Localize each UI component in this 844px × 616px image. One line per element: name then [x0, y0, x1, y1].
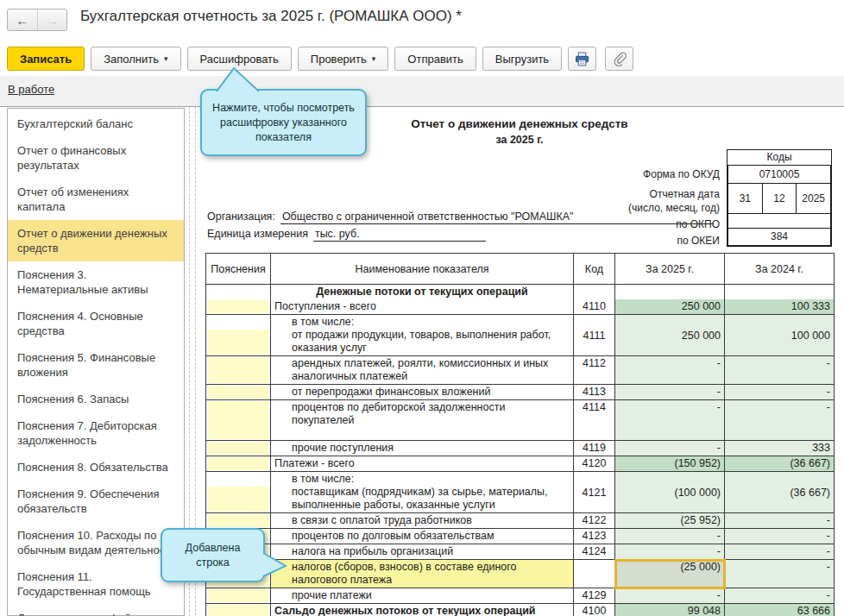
explanation-cell[interactable]: [206, 400, 271, 441]
sidebar-item-label: Пояснения 10. Расходы по обычным видам д…: [17, 529, 176, 556]
value-2024-cell[interactable]: -: [725, 529, 835, 544]
value-2025-cell[interactable]: -: [615, 441, 725, 456]
indicator-name-cell[interactable]: Сальдо денежных потоков от текущих опера…: [271, 604, 574, 616]
sidebar-item-3[interactable]: Отчет об изменениях капитала: [8, 179, 184, 220]
indicator-name-cell[interactable]: налогов (сборов, взносов) в составе един…: [271, 560, 574, 588]
value-2025-cell[interactable]: [615, 285, 725, 300]
explanation-cell[interactable]: [206, 456, 271, 472]
sidebar-item-6[interactable]: Пояснения 4. Основные средства: [8, 303, 184, 344]
explanation-cell[interactable]: [206, 513, 271, 529]
value-2025-cell[interactable]: -: [615, 588, 725, 604]
value-2025-cell[interactable]: (150 952): [615, 456, 725, 472]
value-2024-cell[interactable]: -: [725, 588, 835, 604]
indicator-name-cell[interactable]: в том числе:поставщикам (подрядчикам) за…: [271, 472, 574, 513]
explanation-cell[interactable]: [206, 315, 271, 356]
status-link[interactable]: В работе: [8, 83, 54, 96]
indicator-prefix: в том числе:: [274, 473, 570, 486]
indicator-name-cell[interactable]: прочие поступления: [271, 441, 574, 456]
indicator-name-cell[interactable]: процентов по дебиторской задолженности п…: [271, 400, 574, 441]
value-2024-cell[interactable]: (36 667): [725, 472, 835, 513]
okpo-value: [728, 214, 830, 229]
value-2024-cell[interactable]: -: [725, 400, 835, 441]
value-2025-cell[interactable]: -: [615, 356, 725, 385]
explanation-cell[interactable]: [206, 285, 271, 300]
table-row: Сальдо денежных потоков от текущих опера…: [206, 604, 835, 616]
explanation-cell[interactable]: [206, 604, 271, 616]
value-2024-cell[interactable]: -: [725, 544, 835, 560]
indicator-name: процентов по дебиторской задолженности п…: [274, 401, 570, 439]
send-button[interactable]: Отправить: [394, 47, 476, 71]
sidebar-item-2[interactable]: Отчет о финансовых результатах: [8, 137, 184, 179]
code-cell: 4100: [574, 604, 615, 616]
indicator-name-cell[interactable]: Поступления - всего: [271, 299, 574, 315]
value-2024-cell[interactable]: -: [725, 560, 835, 588]
export-button[interactable]: Выгрузить: [482, 47, 562, 71]
indicator-name: Поступления - всего: [274, 300, 570, 313]
attach-button[interactable]: [605, 47, 633, 71]
explanation-cell[interactable]: [206, 299, 271, 315]
value-2025-cell[interactable]: -: [615, 544, 725, 560]
sidebar-item-13[interactable]: Пояснения 11. Государственная помощь: [8, 563, 184, 605]
code-cell: 4119: [574, 441, 615, 456]
indicator-name: налогов (сборов, взносов) в составе един…: [274, 561, 570, 587]
sidebar-item-7[interactable]: Пояснения 5. Финансовые вложения: [8, 344, 184, 386]
value-2024-cell[interactable]: 100 333: [725, 299, 835, 315]
indicator-name-cell[interactable]: Платежи - всего: [271, 456, 574, 472]
unit-field[interactable]: тыс. руб.: [313, 228, 486, 242]
indicator-name: Сальдо денежных потоков от текущих опера…: [274, 605, 570, 616]
value-2024-cell[interactable]: -: [725, 356, 835, 385]
sidebar-item-12[interactable]: Пояснения 10. Расходы по обычным видам д…: [8, 522, 184, 563]
indicator-name-cell[interactable]: от перепродажи финансовых вложений: [271, 385, 574, 400]
value-2025-cell[interactable]: -: [615, 385, 725, 400]
check-button[interactable]: Проверить▾: [298, 47, 389, 71]
sidebar-item-8[interactable]: Пояснения 6. Запасы: [8, 386, 184, 412]
codes-box: Коды 0710005 31 12 2025 384: [727, 149, 832, 247]
value-2025-cell[interactable]: (25 000): [615, 560, 725, 588]
save-button[interactable]: Записать: [7, 47, 85, 71]
indicator-name-cell[interactable]: арендных платежей, роялти, комиссионных …: [271, 356, 574, 385]
value-2025-cell[interactable]: 250 000: [615, 315, 725, 356]
indicator-name-cell[interactable]: в том числе:от продажи продукции, товаро…: [271, 315, 574, 356]
value-2024-cell[interactable]: -: [725, 385, 835, 400]
sidebar-item-1[interactable]: Бухгалтерский баланс: [8, 110, 184, 137]
indicator-name-cell[interactable]: прочие платежи: [271, 588, 574, 604]
explanation-cell[interactable]: [206, 385, 271, 400]
sidebar-item-label: Пояснения 7. Дебиторская задолженность: [17, 419, 157, 447]
value-2025-cell[interactable]: 99 048: [615, 604, 725, 616]
sidebar-item-4[interactable]: Отчет о движении денежных средств: [8, 220, 184, 261]
explanation-cell[interactable]: [206, 588, 271, 604]
indicator-name-cell[interactable]: Денежные потоки от текущих операций: [271, 285, 574, 300]
sidebar-item-14[interactable]: Дополнительные файлы: [8, 605, 184, 616]
indicator-name-cell[interactable]: процентов по долговым обязательствам: [271, 529, 574, 544]
sidebar-item-9[interactable]: Пояснения 7. Дебиторская задолженность: [8, 412, 184, 454]
explanation-cell[interactable]: [206, 356, 271, 385]
value-2024-cell[interactable]: (36 667): [725, 456, 835, 472]
fill-button[interactable]: Заполнить▾: [91, 47, 180, 71]
date-day: 31: [728, 184, 762, 213]
value-2024-cell[interactable]: 100 000: [725, 315, 835, 356]
forward-button[interactable]: →: [37, 9, 67, 30]
okei-value: 384: [728, 229, 830, 245]
sidebar-item-10[interactable]: Пояснения 8. Обязательства: [8, 454, 184, 481]
value-2025-cell[interactable]: (100 000): [615, 472, 725, 513]
value-2024-cell[interactable]: [725, 285, 835, 300]
value-2025-cell[interactable]: -: [615, 529, 725, 544]
indicator-name-cell[interactable]: налога на прибыль организаций: [271, 544, 574, 560]
explanation-cell[interactable]: [206, 472, 271, 513]
indicator-name-cell[interactable]: в связи с оплатой труда работников: [271, 513, 574, 529]
organization-field[interactable]: Общество с ограниченной ответственностью…: [280, 211, 714, 224]
explanation-cell[interactable]: [206, 441, 271, 456]
code-cell: [574, 285, 615, 300]
sidebar-item-5[interactable]: Пояснения 3. Нематериальные активы: [8, 261, 184, 303]
explanation-field: [208, 605, 268, 616]
back-button[interactable]: ←: [8, 9, 37, 30]
organization-label: Организация:: [207, 211, 275, 223]
value-2025-cell[interactable]: -: [615, 400, 725, 441]
value-2024-cell[interactable]: -: [725, 513, 835, 529]
sidebar-item-11[interactable]: Пояснения 9. Обеспечения обязательств: [8, 481, 184, 522]
value-2025-cell[interactable]: (25 952): [615, 513, 725, 529]
value-2024-cell[interactable]: 333: [725, 441, 835, 456]
value-2025-cell[interactable]: 250 000: [615, 299, 725, 315]
print-button[interactable]: [568, 47, 596, 71]
value-2024-cell[interactable]: 63 666: [725, 604, 835, 616]
